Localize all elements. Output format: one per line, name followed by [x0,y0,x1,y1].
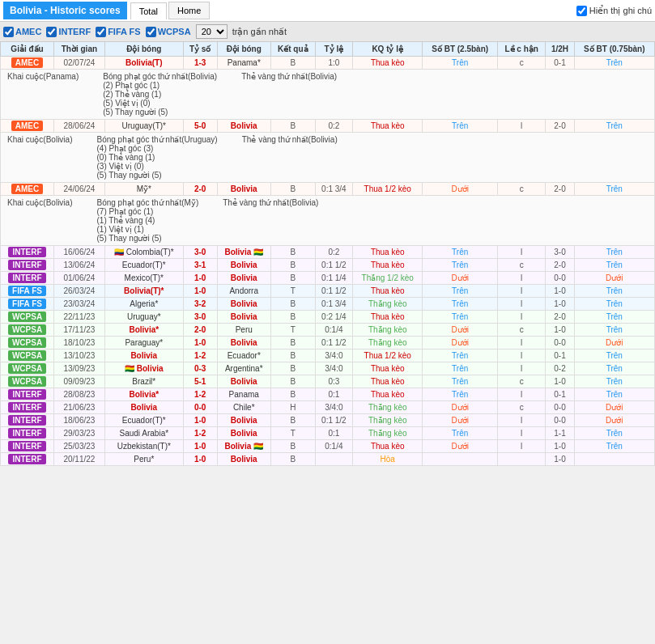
cell-lechan: l [498,388,546,401]
cell-date: 24/06/24 [54,183,105,196]
cell-league: WCPSA [1,350,54,362]
detail-col1: Khai cuộc(Bolivia) [7,135,72,180]
cell-date: 18/06/23 [54,414,105,427]
count-select[interactable]: 20 10 30 50 [196,24,228,39]
cell-half: 1-0 [546,298,574,311]
nav-home-button[interactable]: Home [168,2,210,19]
cell-kq: B [270,388,315,401]
detail-col2: Bóng phạt góc thứ nhất(Uruguay)(4) Phạt … [96,135,217,180]
cell-sobt2: Dưới [574,337,654,350]
amec-filter-checkbox[interactable] [3,27,14,37]
cell-half: 1-0 [546,285,574,298]
fifafs-filter-checkbox[interactable] [96,27,106,37]
cell-score: 3-2 [183,298,217,311]
detail-col2: Bóng phạt góc thứ nhất(Bolivia)(2) Phạt … [103,72,217,117]
cell-kqtyle: Thắng kèo [353,337,423,350]
table-row: INTERF 29/03/23 Saudi Arabia* 1-2 Bolivi… [1,427,655,440]
cell-sobt: Dưới [423,272,498,285]
cell-half: 0-0 [546,272,574,285]
table-row: INTERF 01/06/24 Mexico(T)* 1-0 Bolivia B… [1,272,655,285]
cell-league: INTERF [1,388,54,401]
cell-team1: Paraguay* [104,337,183,350]
cell-sobt: Dưới [423,337,498,350]
cell-team1: Bolivia(T) [104,57,183,70]
cell-kq: B [270,362,315,375]
cell-league: INTERF [1,427,54,440]
cell-team2: Chile* [217,401,270,414]
cell-date: 18/10/23 [54,337,105,350]
cell-kqtyle: Hòa [353,453,423,466]
cell-sobt: Dưới [423,440,498,453]
cell-half: 0-0 [546,401,574,414]
cell-team1: Ecuador(T)* [104,414,183,427]
cell-sobt2: Trên [574,298,654,311]
matches-table: Giải đấu Thời gian Đội bóng Tỷ số Đội bó… [0,41,655,466]
cell-sobt2: Trên [574,57,654,70]
cell-tyle: 0:1 [315,388,353,401]
cell-kqtyle: Thua kèo [353,362,423,375]
cell-team1: Algeria* [104,298,183,311]
cell-date: 01/06/24 [54,272,105,285]
top-bar: Bolivia - Historic scores Total Home Hiể… [0,0,655,22]
detail-row: Khai cuộc(Panama) Bóng phạt góc thứ nhất… [1,70,655,120]
header-league: Giải đấu [1,42,54,57]
cell-sobt2: Trên [574,350,654,362]
cell-sobt: Trên [423,120,498,133]
page-title: Bolivia - Historic scores [3,2,127,19]
cell-league: AMEC [1,120,54,133]
cell-kqtyle: Thua kèo [353,375,423,388]
cell-kq: B [270,246,315,259]
cell-kqtyle: Thua kèo [353,285,423,298]
table-row: INTERF 28/08/23 Bolivia* 1-2 Panama B 0:… [1,388,655,401]
interf-filter-checkbox[interactable] [46,27,57,37]
cell-kqtyle: Thua 1/2 kèo [353,183,423,196]
cell-team2: Bolivia 🇧🇴 [217,246,270,259]
wcpsa-filter-checkbox[interactable] [146,27,156,37]
cell-lechan: c [498,324,546,337]
cell-date: 17/11/23 [54,324,105,337]
cell-kq: B [270,453,315,466]
cell-tyle: 0:1 3/4 [315,183,353,196]
cell-team2: Bolivia [217,183,270,196]
cell-team2: Bolivia [217,427,270,440]
cell-lechan: l [498,246,546,259]
cell-team1: Brazil* [104,375,183,388]
cell-tyle: 3/4:0 [315,350,353,362]
cell-team2: Bolivia [217,298,270,311]
cell-score: 0-3 [183,362,217,375]
header-sobt: Số BT (2.5bàn) [423,42,498,57]
cell-tyle: 0:1 3/4 [315,298,353,311]
cell-league: INTERF [1,246,54,259]
cell-team1: Uzbekistan(T)* [104,440,183,453]
table-row: WCPSA 09/09/23 Brazil* 5-1 Bolivia B 0:3… [1,375,655,388]
cell-league: FIFA FS [1,285,54,298]
cell-half: 0-2 [546,362,574,375]
hien-thi-checkbox[interactable] [576,6,587,16]
header-half: 1/2H [546,42,574,57]
cell-score: 5-0 [183,120,217,133]
cell-score: 1-0 [183,414,217,427]
cell-league: WCPSA [1,362,54,375]
cell-score: 1-3 [183,57,217,70]
cell-team2: Bolivia [217,311,270,324]
cell-date: 13/09/23 [54,362,105,375]
cell-half: 1-0 [546,375,574,388]
cell-sobt2: Trên [574,285,654,298]
header-team1: Đội bóng [104,42,183,57]
cell-date: 21/06/23 [54,401,105,414]
cell-kq: B [270,311,315,324]
cell-kqtyle: Thắng kèo [353,427,423,440]
cell-sobt: Trên [423,57,498,70]
cell-kq: B [270,259,315,272]
cell-half: 1-1 [546,427,574,440]
cell-lechan: l [498,285,546,298]
cell-lechan: c [498,375,546,388]
wcpsa-filter-label: WCPSA [158,27,191,36]
cell-kq: B [270,375,315,388]
cell-kq: B [270,120,315,133]
table-row: WCPSA 13/09/23 🇧🇴 Bolivia 0-3 Argentina*… [1,362,655,375]
nav-total-button[interactable]: Total [130,2,167,19]
table-row: WCPSA 18/10/23 Paraguay* 1-0 Bolivia B 0… [1,337,655,350]
header-sobt2: Số BT (0.75bàn) [574,42,654,57]
cell-date: 13/10/23 [54,350,105,362]
